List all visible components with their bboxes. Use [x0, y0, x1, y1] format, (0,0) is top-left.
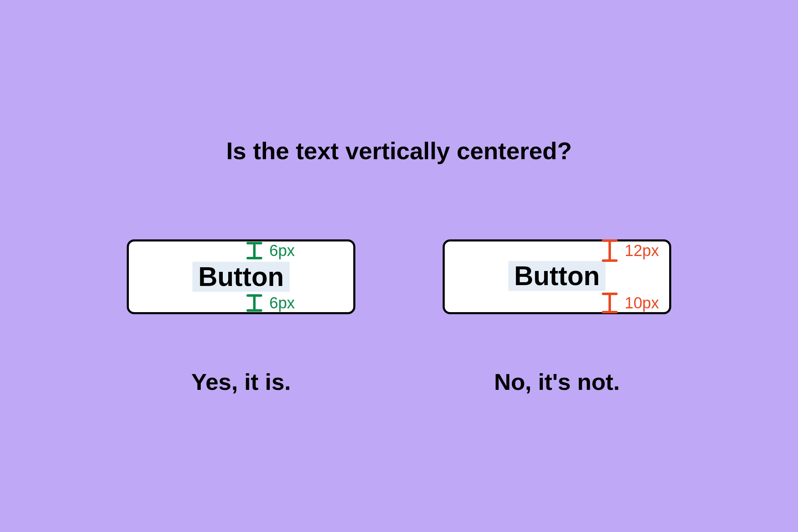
diagram-container: Is the text vertically centered? Button	[0, 137, 798, 395]
example-offset: Button 12px	[443, 239, 671, 395]
button-label-centered: Button	[192, 262, 290, 292]
button-text-wrap-offset: Button	[508, 258, 606, 294]
bracket-icon	[245, 294, 264, 312]
measure-bottom-offset: 10px	[601, 292, 659, 314]
example-centered: Button 6px	[127, 239, 355, 395]
examples-row: Button 6px	[127, 239, 671, 395]
measure-bottom-centered: 6px	[245, 294, 295, 312]
caption-offset: No, it's not.	[494, 368, 620, 395]
button-box-offset: Button 12px	[443, 239, 671, 314]
button-wrap-offset: Button 12px	[443, 239, 671, 314]
button-wrap-centered: Button 6px	[127, 239, 355, 314]
measure-label-top-offset: 12px	[625, 242, 659, 260]
measure-top-centered: 6px	[245, 241, 295, 260]
bracket-icon	[245, 241, 264, 260]
button-box-centered: Button 6px	[127, 239, 355, 314]
button-label-offset: Button	[508, 261, 606, 291]
caption-centered: Yes, it is.	[191, 368, 291, 395]
measure-label-bottom-offset: 10px	[625, 294, 659, 312]
measure-label-top-centered: 6px	[269, 242, 295, 260]
bracket-icon	[601, 292, 619, 314]
measure-label-bottom-centered: 6px	[269, 294, 295, 312]
button-text-wrap-centered: Button	[192, 259, 290, 295]
diagram-title: Is the text vertically centered?	[226, 137, 572, 165]
measure-top-offset: 12px	[601, 239, 659, 262]
